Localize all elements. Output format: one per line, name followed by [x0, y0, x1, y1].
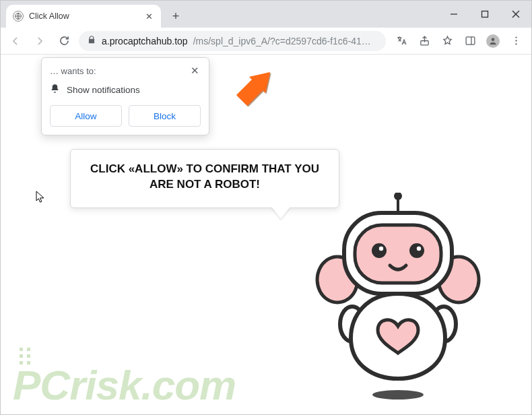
window-maximize[interactable] [469, 1, 500, 28]
svg-rect-2 [482, 11, 488, 18]
instruction-bubble: CLICK «ALLOW» TO CONFIRM THAT YOU ARE NO… [70, 149, 339, 208]
window-close[interactable] [500, 1, 531, 28]
annotation-arrow-icon [233, 68, 273, 113]
browser-window: Click Allow ✕ + a.procaptchahub.top/ms/s… [0, 0, 532, 415]
new-tab-button[interactable]: + [166, 7, 185, 26]
robot-illustration [310, 193, 486, 402]
watermark-rest: risk.com [69, 362, 236, 408]
svg-point-8 [492, 38, 495, 41]
side-panel-icon[interactable] [460, 31, 480, 51]
bookmark-star-icon[interactable] [437, 31, 457, 51]
svg-point-23 [372, 390, 424, 400]
svg-point-11 [515, 43, 517, 44]
toolbar-right [391, 31, 526, 51]
nav-forward-button[interactable] [30, 32, 49, 51]
bubble-line1: CLICK «ALLOW» TO CONFIRM THAT YOU [90, 162, 319, 175]
bubble-line2: ARE NOT A ROBOT! [149, 178, 260, 191]
svg-point-9 [515, 36, 517, 38]
tab-close-icon[interactable]: ✕ [143, 11, 154, 22]
svg-marker-12 [236, 72, 270, 106]
bubble-tail-icon [271, 207, 290, 219]
permission-block-button[interactable]: Block [129, 105, 201, 127]
watermark-pc: PC [13, 362, 69, 408]
svg-point-18 [409, 243, 424, 258]
lock-icon [87, 35, 96, 46]
svg-rect-16 [355, 225, 441, 283]
tab-title: Click Allow [29, 11, 138, 21]
translate-icon[interactable] [391, 31, 411, 51]
nav-back-button[interactable] [6, 32, 25, 51]
svg-point-14 [394, 193, 402, 200]
permission-allow-button[interactable]: Allow [50, 105, 122, 127]
svg-point-19 [379, 247, 383, 251]
kebab-menu-icon[interactable] [506, 31, 526, 51]
active-tab[interactable]: Click Allow ✕ [6, 5, 161, 28]
permission-close-icon[interactable]: ✕ [189, 65, 201, 77]
svg-point-10 [515, 40, 517, 41]
tab-strip: Click Allow ✕ + [1, 1, 531, 28]
permission-origin: … wants to: [50, 66, 96, 76]
address-path: /ms/spl_d_ipv6_A/?c=d2597cd6-f1c6-41… [193, 36, 371, 46]
share-icon[interactable] [414, 31, 434, 51]
page-content: … wants to: ✕ Show notifications Allow B… [1, 55, 531, 414]
notification-permission-prompt: … wants to: ✕ Show notifications Allow B… [41, 57, 209, 135]
browser-toolbar: a.procaptchahub.top/ms/spl_d_ipv6_A/?c=d… [1, 28, 531, 55]
window-minimize[interactable] [438, 1, 469, 28]
bell-icon [50, 84, 60, 96]
profile-avatar[interactable] [483, 31, 503, 51]
mouse-cursor-icon [36, 191, 45, 207]
svg-rect-6 [466, 37, 475, 44]
window-controls [438, 1, 531, 28]
watermark-text: PCrisk.com [13, 361, 236, 409]
svg-point-20 [417, 247, 421, 251]
address-domain: a.procaptchahub.top [102, 36, 188, 46]
permission-line: Show notifications [67, 85, 140, 95]
watermark-dots-icon [20, 348, 31, 364]
nav-reload-button[interactable] [55, 32, 73, 51]
svg-point-17 [372, 243, 387, 258]
globe-icon [13, 11, 24, 22]
address-bar[interactable]: a.procaptchahub.top/ms/spl_d_ipv6_A/?c=d… [79, 31, 386, 51]
